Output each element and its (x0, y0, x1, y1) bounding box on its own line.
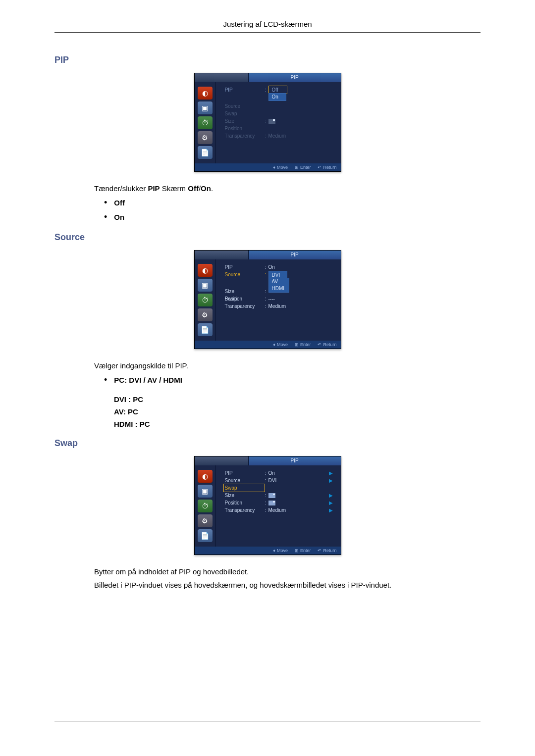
bullet-off: Off (104, 198, 481, 208)
clock-icon: ⏱ (198, 294, 213, 306)
swap-text2: Billedet i PIP-vinduet vises på hovedskæ… (94, 581, 481, 589)
indent-av: AV: PC (114, 407, 481, 416)
bullet-on: On (104, 212, 481, 222)
section-heading-pip: PIP (54, 55, 481, 65)
clock-icon: ⏱ (198, 116, 213, 129)
pip-description: Tænder/slukker PIP Skærm Off/On. (94, 184, 481, 193)
clock-icon: ⏱ (198, 500, 213, 512)
arrow-right-icon: ▶ (329, 469, 333, 477)
arrow-right-icon: ▶ (329, 506, 333, 514)
input-icon: 📄 (198, 529, 213, 542)
return-hint: ↶ Return (318, 165, 336, 170)
osd-title: PIP (249, 73, 341, 82)
palette-icon: ◐ (198, 470, 213, 483)
footer-divider (54, 721, 481, 721)
input-icon: 📄 (198, 323, 213, 336)
osd-pip-screenshot: PIP ◐ ▣ ⏱ ⚙ 📄 PIP:OffOn Source Swap Size… (194, 73, 341, 172)
gear-icon: ⚙ (198, 514, 213, 527)
gear-icon: ⚙ (198, 308, 213, 321)
indent-dvi: DVI : PC (114, 395, 481, 403)
section-heading-source: Source (54, 232, 481, 243)
input-icon: 📄 (198, 146, 213, 159)
arrow-right-icon: ▶ (329, 477, 333, 484)
picture-icon: ▣ (198, 485, 213, 498)
bullet-pc-sources: PC: DVI / AV / HDMI (104, 375, 481, 385)
indent-hdmi: HDMI : PC (114, 420, 481, 428)
palette-icon: ◐ (198, 264, 213, 277)
gear-icon: ⚙ (198, 131, 213, 144)
source-description: Vælger indgangskilde til PIP. (94, 361, 481, 370)
picture-icon: ▣ (198, 101, 213, 114)
osd-swap-screenshot: PIP ◐ ▣ ⏱ ⚙ 📄 PIP:On▶ Source:DVI▶ Swap S… (194, 456, 341, 555)
picture-icon: ▣ (198, 279, 213, 292)
page-header: Justering af LCD-skærmen (54, 20, 481, 33)
move-hint: ♦ Move (273, 165, 288, 170)
enter-hint: ⊞ Enter (295, 165, 311, 170)
section-heading-swap: Swap (54, 438, 481, 449)
osd-label-pip: PIP (225, 86, 264, 94)
swap-text1: Bytter om på indholdet af PIP og hovedbi… (94, 567, 481, 576)
palette-icon: ◐ (198, 87, 213, 100)
osd-source-screenshot: PIP ◐ ▣ ⏱ ⚙ 📄 PIP:On Source:DVIAVHDMI Sw… (194, 250, 341, 349)
arrow-right-icon: ▶ (329, 492, 333, 499)
arrow-right-icon: ▶ (329, 499, 333, 506)
